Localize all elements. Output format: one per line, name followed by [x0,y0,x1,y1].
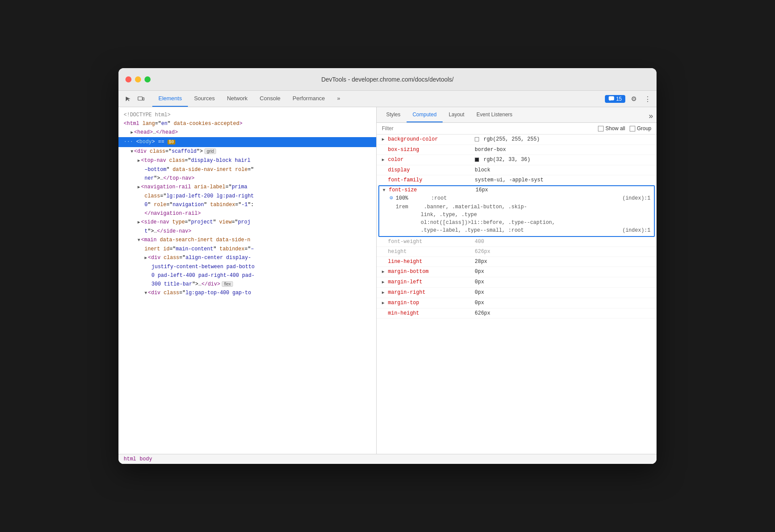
color-swatch [475,137,479,141]
dom-line-nav-rail[interactable]: ▶<navigation-rail aria-label="prima [118,183,376,192]
prop-triangle[interactable]: ▶ [382,278,388,286]
prop-value: rgb(255, 255, 255) [475,135,651,143]
group-checkbox[interactable] [630,126,635,131]
styles-tab-more[interactable]: » [649,112,653,122]
prop-value: border-box [475,146,651,154]
prop-color[interactable]: ▶ color rgb(32, 33, 36) [377,155,657,165]
settings-icon[interactable]: ⚙ [628,93,639,105]
devtools-main: <!DOCTYPE html> <html lang="en" data-coo… [118,107,657,454]
prop-value: rgb(32, 33, 36) [475,156,651,164]
prop-margin-left[interactable]: ▶ margin-left 0px [377,277,657,288]
font-size-rule-2: 1rem .banner, .material-button, .skip- l… [379,203,654,236]
tab-performance[interactable]: Performance [286,91,331,107]
breadcrumb-html[interactable]: html [124,456,136,462]
prop-line-height[interactable]: line-height 28px [377,257,657,267]
dom-line-top-nav[interactable]: ▶<top-nav class="display-block hairl [118,156,376,165]
prop-value: 0px [475,299,651,307]
tab-sources[interactable]: Sources [188,91,221,107]
more-options-icon[interactable]: ⋮ [642,93,653,105]
chat-count: 15 [616,96,622,102]
dom-line-side-nav[interactable]: ▶<side-nav type="project" view="proj [118,218,376,227]
dom-line-side-nav-2: t">…</side-nav> [118,227,376,236]
prop-background-color[interactable]: ▶ background-color rgb(255, 255, 255) [377,135,657,145]
tab-event-listeners[interactable]: Event Listeners [470,107,519,122]
prop-name: margin-left [388,278,475,286]
dom-line-main[interactable]: ▼<main data-search-inert data-side-n [118,236,376,245]
prop-triangle[interactable]: ▶ [382,135,388,144]
dom-breadcrumb: html body [118,454,657,464]
rule1-value: 100% [396,194,422,202]
prop-height[interactable]: height 626px [377,247,657,257]
dom-line-div-align-3: 0 pad-left-400 pad-right-400 pad- [118,271,376,280]
tab-styles[interactable]: Styles [380,107,407,122]
maximize-button[interactable] [144,76,151,82]
prop-box-sizing[interactable]: box-sizing border-box [377,145,657,155]
prop-triangle[interactable]: ▶ [382,156,388,164]
prop-name: background-color [388,135,475,143]
prop-triangle[interactable]: ▶ [382,299,388,307]
dom-line-nav-rail-3: 0" role="navigation" tabindex="-1": [118,200,376,209]
dom-line-body-selected[interactable]: ··· <body> == $0 [118,137,376,147]
dom-line-nav-rail-close: </navigation-rail> [118,209,376,218]
tab-layout[interactable]: Layout [443,107,470,122]
prop-triangle[interactable]: ▶ [382,289,388,297]
prop-font-weight[interactable]: font-weight 400 [377,237,657,247]
breadcrumb-body[interactable]: body [140,456,152,462]
font-size-header[interactable]: ▼ font-size 16px [379,186,654,194]
prop-font-family[interactable]: font-family system-ui, -apple-syst [377,175,657,185]
font-size-value: 16px [476,187,488,193]
show-all-checkbox[interactable] [598,126,604,131]
prop-triangle [382,309,388,310]
dom-panel[interactable]: <!DOCTYPE html> <html lang="en" data-coo… [118,107,377,454]
close-button[interactable] [125,76,131,82]
prop-triangle [382,166,388,167]
prop-name: color [388,156,475,164]
prop-triangle [382,176,388,177]
prop-min-height[interactable]: min-height 626px [377,309,657,319]
styles-panel: Styles Computed Layout Event Listeners » [377,107,657,454]
prop-margin-right[interactable]: ▶ margin-right 0px [377,288,657,298]
dom-line-div-scaffold[interactable]: ▼<div class="scaffold">grid [118,147,376,156]
inspect-icon[interactable] [122,93,134,105]
prop-margin-top[interactable]: ▶ margin-top 0px [377,298,657,309]
prop-triangle[interactable]: ▶ [382,268,388,276]
tab-more[interactable]: » [331,91,346,107]
font-size-name: font-size [389,187,476,193]
font-size-rule-1: ⊙ 100% :root (index):1 [379,194,654,203]
tab-console[interactable]: Console [254,91,287,107]
toolbar-icons [122,93,147,105]
device-toggle-icon[interactable] [135,93,147,105]
prop-value: 0px [475,289,651,296]
dom-line-doctype: <!DOCTYPE html> [118,111,376,119]
dom-line-top-nav-3: ner">…</top-nav> [118,174,376,183]
computed-properties-list[interactable]: ▶ background-color rgb(255, 255, 255) bo… [377,135,657,454]
filter-input[interactable] [382,125,469,131]
rule1-selector: :root [422,194,622,202]
dom-line-top-nav-2: –bottom" data-side-nav-inert role=" [118,165,376,174]
prop-value: 0px [475,278,651,286]
minimize-button[interactable] [135,76,141,82]
group-group: Group [630,125,651,131]
prop-name: font-family [388,176,475,184]
tab-computed[interactable]: Computed [407,107,443,122]
tab-network[interactable]: Network [221,91,254,107]
styles-tabs: Styles Computed Layout Event Listeners » [377,107,657,123]
rule2-selector-part1: .banner, .material-button, .skip- [411,204,527,210]
rule1-source: (index):1 [622,194,650,202]
tab-elements[interactable]: Elements [152,91,188,107]
chat-badge[interactable]: 15 [605,95,625,103]
prop-name: display [388,166,475,174]
dom-line-html[interactable]: <html lang="en" data-cookies-accepted> [118,119,376,128]
prop-margin-bottom[interactable]: ▶ margin-bottom 0px [377,267,657,277]
dom-line-head[interactable]: ▶<head>…</head> [118,128,376,137]
title-bar: DevTools - developer.chrome.com/docs/dev… [118,68,657,91]
color-swatch [475,158,479,162]
dom-line-div-gap[interactable]: ▼<div class="lg:gap-top-400 gap-to [118,289,376,298]
group-label: Group [637,125,651,131]
prop-display[interactable]: display block [377,165,657,175]
prop-name-inherited: height [388,248,475,256]
dom-line-div-align[interactable]: ▶<div class="align-center display- [118,253,376,263]
prop-value: system-ui, -apple-syst [475,176,651,184]
font-size-triangle[interactable]: ▼ [383,188,389,193]
active-rule-icon: ⊙ [390,194,396,202]
